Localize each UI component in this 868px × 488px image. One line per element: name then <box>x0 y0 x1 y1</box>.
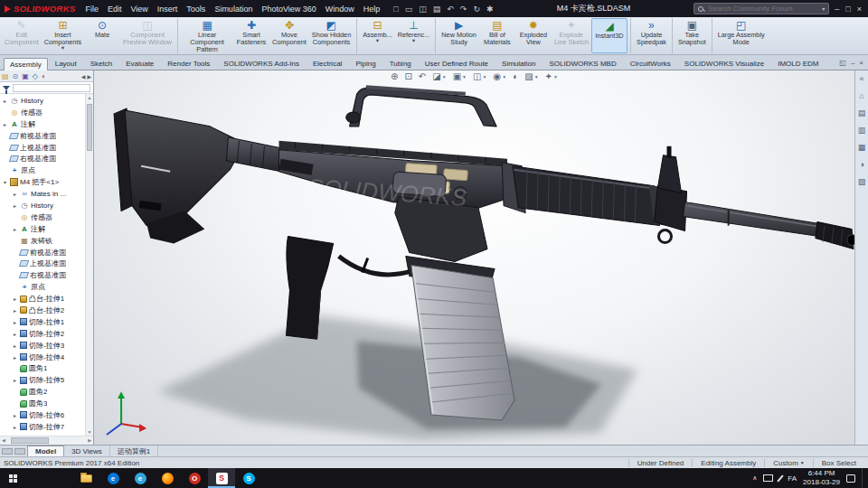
tab-circuitworks[interactable]: CircuitWorks <box>624 57 677 70</box>
reference-geometry-button[interactable]: ⊥ Referenc... ▼ <box>395 18 433 53</box>
move-component-button[interactable]: ✥ Move Component ▼ <box>269 18 309 53</box>
tree-expander-icon[interactable]: ▸ <box>12 191 18 197</box>
selection-mode-status[interactable]: Box Select▼ <box>813 459 864 467</box>
tree-item[interactable]: 上视基准面 <box>0 258 84 269</box>
zoom-to-area-icon[interactable]: ⊡▼ <box>404 71 411 81</box>
tab-assembly[interactable]: Assembly <box>4 58 48 70</box>
front-sight-group[interactable] <box>654 146 686 243</box>
assembly-features-button[interactable]: ⊟ Assemb... ▼ <box>356 18 394 53</box>
tab-sketch[interactable]: Sketch <box>84 57 118 70</box>
pane-splitter-handle[interactable] <box>14 448 25 455</box>
edit-component-button[interactable]: ✎ Edit Component ▼ <box>2 18 42 53</box>
menu-window[interactable]: Window <box>321 3 359 15</box>
featuremanager-tab-icon[interactable]: ▤ <box>2 72 9 80</box>
tree-expander-icon[interactable]: ▸ <box>12 307 18 314</box>
tree-expander-icon[interactable]: ▸ <box>12 202 18 209</box>
tree-expander-icon[interactable]: ▸ <box>12 296 18 302</box>
tree-expander-icon[interactable]: ▸ <box>12 331 18 337</box>
rebuild-icon[interactable]: ↻ <box>473 5 480 14</box>
search-input[interactable] <box>706 4 819 14</box>
graphics-viewport[interactable]: ⊕▼ ⊡▼ ↶▼ ◪▼ ▣▼ <box>94 70 854 445</box>
mate-button[interactable]: ⊙ Mate ▼ <box>84 18 120 53</box>
stock-group[interactable] <box>114 108 280 244</box>
tab-tubing[interactable]: Tubing <box>383 57 418 70</box>
tree-item[interactable]: 灰铸铁 <box>0 235 84 247</box>
view-palette-icon[interactable]: ▦ <box>858 143 866 152</box>
tab-solidworks-mbd[interactable]: SOLIDWORKS MBD <box>542 57 622 70</box>
pane-splitter-handle[interactable] <box>2 448 13 455</box>
tree-item[interactable]: ▸ 凸台-拉伸1 <box>0 293 84 305</box>
menu-photoview-360[interactable]: PhotoView 360 <box>257 3 320 15</box>
undo-icon[interactable]: ↶ <box>447 5 454 14</box>
instant3d-button[interactable]: ◢ Instant3D ▼ <box>591 18 627 53</box>
minimize-button[interactable]: – <box>835 5 839 14</box>
view-settings-icon[interactable]: ✦▼ <box>545 71 558 81</box>
propertymanager-tab-icon[interactable]: ⊙ <box>13 72 19 80</box>
tree-item[interactable]: ▾ M4 把手<1> <box>0 176 84 188</box>
taskbar-opera-icon[interactable]: O <box>181 468 208 488</box>
view-orientation-icon[interactable]: ▣▼ <box>453 71 467 81</box>
tree-item[interactable]: 圆角1 <box>0 362 84 374</box>
action-center-icon[interactable] <box>846 474 855 483</box>
taskbar-solidworks-icon[interactable]: S <box>208 468 235 488</box>
scroll-up-icon[interactable]: ▲ <box>86 95 93 100</box>
start-button[interactable] <box>0 468 25 488</box>
tree-item[interactable]: ▸ 切除-拉伸5 <box>0 374 84 386</box>
search-dropdown-icon[interactable]: ▾ <box>822 5 825 12</box>
redo-icon[interactable]: ↷ <box>460 5 467 14</box>
tree-item[interactable]: ▸ Mates in ... <box>0 188 84 200</box>
section-view-icon[interactable]: ◪▼ <box>432 71 446 81</box>
scrollbar-thumb[interactable] <box>87 104 92 151</box>
tab-user-defined-route[interactable]: User Defined Route <box>419 57 495 70</box>
taskbar-skype-icon[interactable]: S <box>235 468 262 488</box>
tree-expander-icon[interactable]: ▸ <box>12 412 18 418</box>
display-style-icon[interactable]: ◫▼ <box>473 71 486 81</box>
menu-help[interactable]: Help <box>359 3 385 15</box>
collapse-taskpane-icon[interactable]: « <box>859 74 863 83</box>
tab-electrical[interactable]: Electrical <box>307 57 348 70</box>
explode-line-sketch-button[interactable]: ✦ Explode Line Sketch ▼ <box>552 18 591 53</box>
tree-item[interactable]: 圆角2 <box>0 386 84 398</box>
component-preview-window-button[interactable]: ◫ Component Preview Window ▼ <box>120 18 175 53</box>
tree-item[interactable]: ▸ 凸台-拉伸2 <box>0 305 84 316</box>
display-tray-icon[interactable] <box>763 474 773 482</box>
3d-views-tab[interactable]: 3D Views <box>64 446 110 456</box>
tree-expander-icon[interactable]: ▸ <box>12 424 18 430</box>
dimxpertmanager-tab-icon[interactable]: ◇ <box>33 72 38 80</box>
doc-restore-button[interactable]: ◱ <box>839 59 846 67</box>
scroll-down-icon[interactable]: ▼ <box>86 429 93 435</box>
tree-item[interactable]: 前视基准面 <box>0 130 84 142</box>
tree-item[interactable]: ▸ 注解 <box>0 118 84 130</box>
barrel-group[interactable] <box>684 202 854 249</box>
tree-expander-icon[interactable]: ▾ <box>2 179 8 185</box>
smart-fasteners-button[interactable]: ✚ Smart Fasteners ▼ <box>233 18 269 53</box>
appearances-scenes-icon[interactable]: ◑ <box>859 160 863 169</box>
doc-minimize-button[interactable]: – <box>851 59 854 67</box>
scroll-left-icon[interactable]: ◀ <box>2 437 5 443</box>
tab-evaluate[interactable]: Evaluate <box>119 57 160 70</box>
tree-horizontal-scrollbar[interactable]: ◀ ▶ <box>0 436 93 445</box>
tree-item[interactable]: ▸ 切除-拉伸2 <box>0 328 84 340</box>
filter-funnel-icon[interactable] <box>3 86 10 90</box>
tree-item[interactable]: ▸ 切除-拉伸3 <box>0 340 84 352</box>
update-speedpak-button[interactable]: » Update Speedpak ▼ <box>630 18 669 53</box>
previous-view-icon[interactable]: ↶▼ <box>419 71 426 81</box>
tab-imold-edm[interactable]: IMOLD EDM <box>771 57 825 70</box>
tree-item[interactable]: ▸ 切除-拉伸6 <box>0 409 84 421</box>
tree-expander-icon[interactable]: ▸ <box>12 319 18 325</box>
scroll-right-icon[interactable]: ▶ <box>88 437 91 443</box>
community-search[interactable]: ▾ <box>693 3 829 14</box>
taskbar-ie-icon[interactable]: e <box>127 468 154 488</box>
tab-simulation[interactable]: Simulation <box>495 57 542 70</box>
tab-piping[interactable]: Piping <box>349 57 382 70</box>
design-library-icon[interactable]: ▤ <box>858 108 866 117</box>
fm-scroll-right-icon[interactable]: ▶ <box>87 73 91 80</box>
tree-item[interactable]: 原点 <box>0 164 84 176</box>
tree-item[interactable]: 圆角3 <box>0 398 84 409</box>
pen-tray-icon[interactable] <box>778 474 784 482</box>
exploded-view-button[interactable]: ✹ Exploded View ▼ <box>515 18 552 53</box>
displaymanager-tab-icon[interactable]: ◐ <box>42 72 46 80</box>
zoom-to-fit-icon[interactable]: ⊕▼ <box>391 71 398 81</box>
tree-expander-icon[interactable]: ▸ <box>2 98 8 104</box>
linear-component-pattern-button[interactable]: ▦ Linear Component Pattern ▼ <box>177 18 233 53</box>
